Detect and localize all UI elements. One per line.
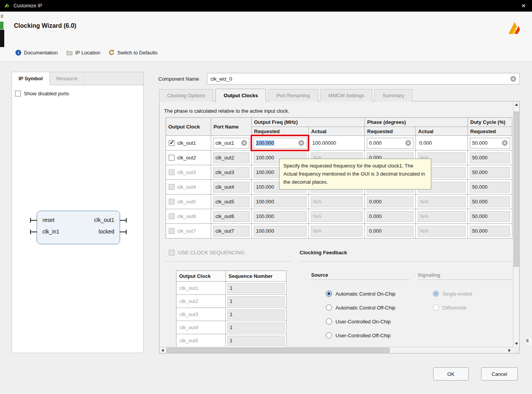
xilinx-logo <box>507 20 520 35</box>
port-stub <box>31 232 37 232</box>
clear-icon[interactable] <box>510 76 516 82</box>
clear-icon[interactable] <box>405 140 411 146</box>
radio-differential: Differential <box>433 301 472 315</box>
close-icon[interactable]: ✕ <box>519 2 528 10</box>
seq-col-sequence-number: Sequence Number <box>226 271 286 282</box>
port-name-field: clk_out6 <box>213 211 249 222</box>
output-clock-label: clk_out2 <box>177 155 196 161</box>
port-tick <box>30 218 31 223</box>
signaling-label: Signaling <box>418 272 441 278</box>
sequence-number-field: 1 <box>227 323 285 333</box>
tab-port-renaming[interactable]: Port Renaming <box>268 89 318 101</box>
phase-requested-field[interactable]: 0.000 <box>367 138 413 149</box>
radio-automatic-control-on-chip[interactable]: Automatic Control On-Chip <box>326 287 395 301</box>
switch-to-defaults-button[interactable]: Switch to Defaults <box>108 49 158 56</box>
ok-button[interactable]: OK <box>433 367 469 380</box>
source-options: Automatic Control On-ChipAutomatic Contr… <box>326 287 395 342</box>
clear-icon[interactable] <box>502 140 508 146</box>
horizontal-scrollbar[interactable] <box>159 347 513 353</box>
sequence-clock-label: clk_out1 <box>176 282 226 295</box>
scroll-up-button[interactable] <box>513 101 520 108</box>
documentation-button[interactable]: i Documentation <box>15 49 58 56</box>
freq-actual-field: N/A <box>311 211 363 222</box>
checkbox-clk_out1[interactable] <box>169 140 175 146</box>
port-locked: locked <box>99 228 114 235</box>
checkbox-clk_out5 <box>169 199 175 205</box>
duty-requested-field: 50.000 <box>470 167 510 178</box>
sequence-clock-label: clk_out5 <box>176 334 226 347</box>
ip-location-button[interactable]: IP Location <box>66 49 100 56</box>
tab-resource[interactable]: Resource <box>50 72 85 85</box>
port-name-field: clk_out3 <box>213 167 249 178</box>
freq-requested-field[interactable]: 100.000 <box>254 138 307 149</box>
radio-button <box>326 332 332 338</box>
window-titlebar: Customize IP ✕ <box>0 0 532 12</box>
clear-icon[interactable] <box>298 140 304 146</box>
tab-output-clocks[interactable]: Output Clocks <box>215 89 266 102</box>
background-artifact <box>0 30 4 47</box>
port-name-field: clk_out4 <box>213 182 249 193</box>
tab-clocking-options[interactable]: Clocking Options <box>159 89 213 101</box>
duty-requested-field[interactable]: 50.000 <box>470 138 510 149</box>
checkbox-clk_out7 <box>169 228 175 234</box>
col-freq-requested: Requested <box>252 127 309 136</box>
port-clk-out1: clk_out1 <box>94 217 114 223</box>
scroll-right-button[interactable] <box>507 347 513 353</box>
port-stub <box>120 232 126 232</box>
phase-requested-field: 0.000 <box>367 226 413 237</box>
scroll-down-button[interactable] <box>513 341 520 347</box>
divider <box>311 279 410 280</box>
radio-button <box>326 318 332 325</box>
duty-requested-field: 50.000 <box>470 152 510 163</box>
duty-requested-field: 50.000 <box>470 182 510 193</box>
horizontal-scrollbar-thumb[interactable] <box>166 348 390 353</box>
show-disabled-ports-label: Show disabled ports <box>24 91 69 96</box>
tab-mmcm-settings[interactable]: MMCM Settings <box>320 89 372 101</box>
phase-actual-field: N/A <box>418 196 466 207</box>
show-disabled-ports-checkbox[interactable] <box>15 91 21 96</box>
checkbox-clk_out2[interactable] <box>169 155 175 161</box>
phase-actual-field: N/A <box>418 211 466 222</box>
documentation-label: Documentation <box>24 50 58 56</box>
scroll-left-button[interactable] <box>159 347 166 353</box>
radio-user-controlled-on-chip[interactable]: User-Controlled On-Chip <box>326 315 395 328</box>
phase-note: The phase is calculated relative to the … <box>164 108 289 114</box>
col-phase-actual: Actual <box>416 127 468 136</box>
duty-requested-field: 50.000 <box>470 226 510 237</box>
ip-symbol-diagram: reset clk_in1 clk_out1 locked <box>37 211 120 244</box>
refresh-icon <box>108 49 115 56</box>
col-phase: Phase (degrees) <box>365 118 468 127</box>
output-clocks-panel: The phase is calculated relative to the … <box>159 101 520 353</box>
info-icon: i <box>15 50 21 56</box>
phase-requested-field: 0.000 <box>367 196 413 207</box>
radio-label: User-Controlled Off-Chip <box>335 333 391 338</box>
tab-ip-symbol[interactable]: IP Symbol <box>12 72 50 85</box>
duty-requested-field: 50.000 <box>470 196 510 207</box>
checkbox-clk_out3 <box>169 169 175 175</box>
port-name-field[interactable]: clk_out1 <box>213 138 249 149</box>
radio-automatic-control-off-chip[interactable]: Automatic Control Off-Chip <box>326 301 395 315</box>
component-name-label: Component Name <box>158 76 199 82</box>
col-freq-actual: Actual <box>309 127 365 136</box>
col-duty-cycle: Duty Cycle (%) <box>468 118 512 127</box>
radio-user-controlled-off-chip[interactable]: User-Controlled Off-Chip <box>326 328 395 342</box>
sequence-clock-label: clk_out2 <box>176 295 226 308</box>
vertical-scrollbar[interactable] <box>513 101 519 347</box>
cancel-button[interactable]: Cancel <box>481 367 518 380</box>
clear-icon[interactable] <box>241 140 247 146</box>
page-title: Clocking Wizard (6.0) <box>14 22 76 29</box>
radio-label: Single-ended <box>442 291 472 297</box>
component-name-input[interactable]: clk_wiz_0 <box>207 73 520 85</box>
output-clock-label: clk_out3 <box>177 169 196 175</box>
source-label: Source <box>311 272 328 278</box>
vertical-scrollbar-thumb[interactable] <box>514 112 519 267</box>
port-name-field: clk_out7 <box>213 226 249 237</box>
seq-col-output-clock: Output Clock <box>176 271 226 282</box>
radio-label: Automatic Control On-Chip <box>335 291 395 297</box>
tab-summary[interactable]: Summary <box>374 89 412 101</box>
clocking-feedback-title: Clocking Feedback <box>300 250 347 255</box>
sequence-number-field: 1 <box>227 336 285 346</box>
freq-actual-field: N/A <box>311 196 363 207</box>
port-tick <box>126 218 127 223</box>
ip-location-label: IP Location <box>75 50 100 56</box>
